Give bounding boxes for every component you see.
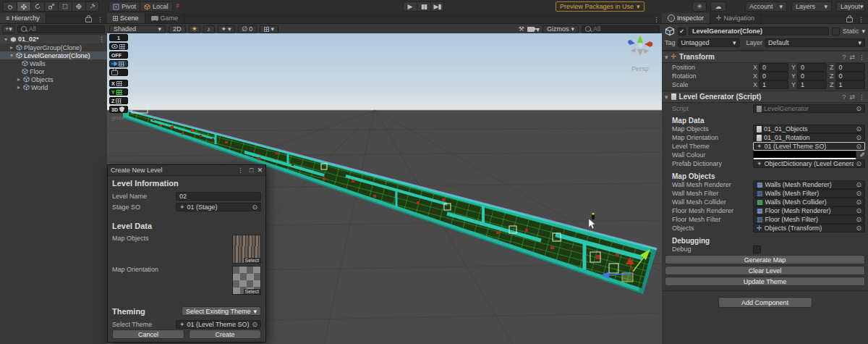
scene-search-input[interactable]: All [582,25,660,33]
presets-icon[interactable]: ⇄ [849,93,855,101]
move-tool-icon[interactable] [17,1,30,12]
generate-map-button[interactable]: Generate Map [665,255,865,264]
progrids-push-to-grid-button[interactable] [109,60,128,67]
custom-tool-icon[interactable] [85,1,99,12]
gameobject-name-input[interactable]: LevelGenerator(Clone) [689,27,829,35]
progrids-3d-button[interactable]: 3D [109,106,128,113]
foldout-icon[interactable]: ▸ [9,44,14,51]
effects-dropdown[interactable]: ✦▾ [218,25,235,33]
shading-mode-dropdown[interactable]: Shaded▾ [109,25,166,33]
map-objects-object-field[interactable]: 01_01_Objects⊙ [753,125,865,133]
scale-y-input[interactable]: 1 [797,80,827,89]
level-theme-object-field[interactable]: ✦01 (Level Theme SO)⊙ [753,142,865,151]
kebab-menu-icon[interactable]: ⋮ [859,54,865,61]
window-titlebar[interactable]: Create New Level ⋮ □ ✕ [108,165,265,176]
object-picker-icon[interactable]: ⊙ [856,207,861,214]
wall-mesh-filter-field[interactable]: ▥Walls (Mesh Filter)⊙ [753,189,865,198]
scale-x-input[interactable]: 1 [759,80,788,89]
audio-toggle-icon[interactable]: ♪ [203,25,215,33]
progrids-snap-off-button[interactable]: OFF [109,51,128,59]
object-picker-icon[interactable]: ⊙ [856,143,861,150]
presets-icon[interactable]: ⇄ [849,54,855,61]
scene-tools-icon[interactable]: ⚒ [519,26,524,33]
stage-so-object-field[interactable]: ✦01 (Stage)⊙ [176,203,261,211]
position-y-input[interactable]: 0 [797,63,827,72]
layer-dropdown[interactable]: Default▾ [765,38,865,47]
position-z-input[interactable]: 0 [835,63,866,72]
services-icon[interactable]: ✳ [692,1,707,12]
hand-tool-icon[interactable] [3,1,17,12]
gizmos-dropdown[interactable]: Gizmos▾ [542,25,579,33]
rotation-z-input[interactable]: 0 [835,72,866,80]
object-picker-icon[interactable]: ⊙ [856,181,861,188]
progrids-snap-value[interactable]: 1 [109,34,128,41]
cloud-icon[interactable]: ☁ [710,1,726,12]
object-picker-icon[interactable]: ⊙ [252,321,258,328]
hierarchy-item-objects[interactable]: ▸ Objects [0,75,107,83]
rotate-tool-icon[interactable] [30,1,44,12]
object-picker-icon[interactable]: ⊙ [856,216,861,223]
object-picker-icon[interactable]: ⊙ [856,190,861,197]
scale-z-input[interactable]: 1 [835,80,866,89]
add-object-button[interactable]: +▾ [2,25,15,33]
select-label[interactable]: Select [244,258,260,263]
help-icon[interactable]: ? [842,93,846,101]
map-objects-texture-picker[interactable]: Select [232,235,261,264]
floor-mesh-renderer-field[interactable]: ▦Floor (Mesh Renderer)⊙ [753,206,865,215]
foldout-icon[interactable]: ▾ [3,36,9,43]
preview-packages-dropdown[interactable]: Preview Packages in Use▾ [556,1,644,12]
rotation-x-input[interactable]: 0 [759,72,788,80]
hierarchy-item-playergroup[interactable]: ▸ PlayerGroup(Clone) [0,43,107,51]
hierarchy-item-levelgenerator[interactable]: ▾ LevelGenerator(Clone) [0,51,107,59]
kebab-menu-icon[interactable]: ⋮ [856,16,867,23]
tab-game[interactable]: Game [145,13,185,23]
kebab-menu-icon[interactable]: ⋮ [651,16,662,23]
camera-settings-dropdown[interactable]: ▾ [527,25,540,33]
add-component-button[interactable]: Add Component [718,297,812,308]
snap-grid-icon[interactable]: # [176,3,179,9]
foldout-icon[interactable]: ▸ [16,84,22,91]
hierarchy-search-input[interactable]: All [17,25,105,33]
rect-tool-icon[interactable] [58,1,72,12]
transform-component-header[interactable]: ▾ ✛ Transform ? ⇄ ⋮ [662,51,868,63]
tab-hierarchy[interactable]: ≡Hierarchy [0,13,46,23]
foldout-icon[interactable]: ▸ [16,76,22,83]
hidden-objects-toggle[interactable]: ∅0 [238,25,258,33]
object-picker-icon[interactable]: ⊙ [856,225,861,232]
tab-inspector[interactable]: iInspector [662,13,710,23]
step-button[interactable]: ▶▮ [430,1,444,12]
select-label[interactable]: Select [244,289,260,294]
foldout-icon[interactable]: ▾ [665,93,668,101]
tag-dropdown[interactable]: Untagged▾ [678,38,740,47]
level-name-input[interactable]: 02 [176,192,261,201]
cancel-button[interactable]: Cancel [112,330,184,339]
static-checkbox[interactable] [832,28,840,35]
object-picker-icon[interactable]: ⊙ [856,125,861,133]
position-x-input[interactable]: 0 [759,63,788,72]
transform-tool-icon[interactable] [72,1,85,12]
kebab-menu-icon[interactable]: ⋮ [235,167,246,174]
kebab-menu-icon[interactable]: ⋮ [96,35,107,43]
clear-level-button[interactable]: Clear Level [665,266,865,275]
grid-visibility-dropdown[interactable]: ▾ [260,25,278,33]
wall-mesh-renderer-field[interactable]: ▦Walls (Mesh Renderer)⊙ [753,180,865,189]
local-toggle[interactable]: Local [140,1,173,12]
prefab-dictionary-object-field[interactable]: ✦ObjectDictionary (Level Generator Dicti… [753,159,865,168]
lock-icon[interactable] [85,17,92,22]
object-picker-icon[interactable]: ⊙ [856,160,861,167]
scene-row[interactable]: ▾ 01_02* ⋮ [0,35,107,43]
layout-dropdown[interactable]: Layout▾ [836,1,865,12]
play-button[interactable]: ▶ [403,1,417,12]
eyedropper-icon[interactable]: ✐ [859,152,865,159]
object-picker-icon[interactable]: ⊙ [856,198,861,206]
progrids-axis-x-button[interactable]: X [109,80,128,87]
layers-dropdown[interactable]: Layers▾ [791,1,832,12]
foldout-icon[interactable]: ▾ [665,54,668,61]
help-icon[interactable]: ? [842,54,846,61]
active-checkbox[interactable]: ✔ [678,28,686,35]
floor-mesh-filter-field[interactable]: ▥Floor (Mesh Filter)⊙ [753,215,865,224]
tab-scene[interactable]: Scene [107,13,145,23]
map-orientation-texture-picker[interactable]: Select [232,266,261,295]
debug-checkbox[interactable] [753,246,761,253]
update-theme-button[interactable]: Update Theme [665,277,865,286]
